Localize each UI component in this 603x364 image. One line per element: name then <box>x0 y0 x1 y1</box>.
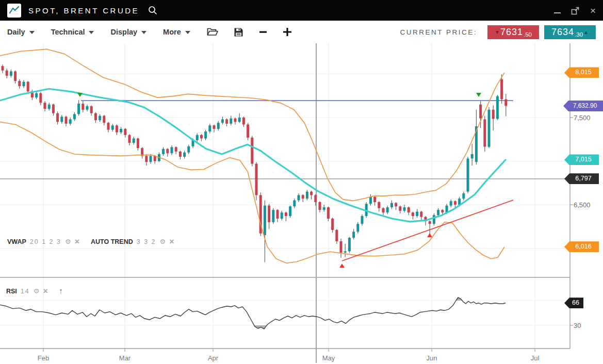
minimize-button[interactable] <box>554 8 561 13</box>
candle-body <box>154 156 156 161</box>
x-axis-label: Apr <box>208 354 218 362</box>
rsi-indicator-params: 14 <box>21 288 30 295</box>
candle-body <box>496 96 499 119</box>
candle-body <box>2 66 4 70</box>
candle-body <box>441 210 444 212</box>
autotrend-indicator-name: AUTO TREND <box>91 238 133 245</box>
save-icon[interactable] <box>234 27 243 37</box>
candle-body <box>107 123 110 130</box>
menu-display[interactable]: Display <box>110 28 146 36</box>
rsi-axis-label: 30 <box>574 322 581 329</box>
remove-indicator-icon[interactable]: × <box>75 239 79 245</box>
candle-body <box>94 113 97 121</box>
candle-body <box>344 251 347 253</box>
remove-indicator-icon[interactable]: × <box>169 239 174 245</box>
window-controls: × <box>554 6 596 15</box>
price-axis-badge: 7,015 <box>564 154 599 165</box>
gear-icon[interactable]: ⚙ <box>34 288 40 294</box>
rsi-indicator-name: RSI <box>6 288 17 295</box>
vwap-indicator-name: VWAP <box>7 238 26 245</box>
rsi-line <box>0 297 506 329</box>
candle-body <box>420 212 422 217</box>
menu-technical[interactable]: Technical <box>51 28 94 36</box>
close-button[interactable]: × <box>590 6 596 15</box>
price-axis-badge: 7,632.90 <box>563 101 603 111</box>
gear-icon[interactable]: ⚙ <box>65 239 71 245</box>
candle-body <box>133 139 135 143</box>
candle-body <box>196 135 199 140</box>
candle-body <box>306 192 308 199</box>
candle-body <box>48 105 51 109</box>
x-axis-label: Jun <box>427 354 437 362</box>
candle-body <box>255 164 258 195</box>
zoom-in-icon[interactable] <box>283 27 292 37</box>
candle-body <box>145 156 148 162</box>
restore-button[interactable] <box>571 6 580 15</box>
candle-body <box>264 206 266 235</box>
candle-body <box>39 93 42 103</box>
candle-body <box>348 238 351 251</box>
candle-body <box>183 153 186 157</box>
chart-canvas[interactable] <box>0 43 603 364</box>
candle-body <box>462 193 465 198</box>
remove-indicator-icon[interactable]: × <box>43 288 47 294</box>
gear-icon[interactable]: ⚙ <box>160 239 166 245</box>
price-axis-badge: 8,015 <box>564 67 599 78</box>
candle-body <box>471 154 474 158</box>
candle-body <box>281 212 283 219</box>
candle-body <box>116 125 118 133</box>
candle-body <box>382 208 385 212</box>
trend-line[interactable] <box>342 200 513 261</box>
candle-body <box>247 125 249 138</box>
candle-body <box>234 119 237 122</box>
candle-body <box>187 146 190 153</box>
open-folder-icon[interactable] <box>207 27 218 37</box>
candle-body <box>204 131 207 139</box>
candle-body <box>268 206 270 222</box>
app-logo-icon <box>7 4 21 18</box>
y-axis-label: 6,500 <box>574 201 591 209</box>
candle-body <box>103 116 105 123</box>
search-icon[interactable] <box>148 5 158 15</box>
x-axis-label: Feb <box>38 354 49 362</box>
zoom-out-icon[interactable] <box>259 28 267 36</box>
candle-body <box>373 197 376 202</box>
candle-body <box>433 215 435 224</box>
candle-body <box>298 195 300 200</box>
candle-body <box>412 212 414 216</box>
candle-body <box>35 93 38 97</box>
candle-body <box>272 210 274 222</box>
candle-body <box>73 114 76 119</box>
candle-body <box>14 71 17 81</box>
candle-body <box>65 117 68 124</box>
candle-body <box>488 110 491 147</box>
candle-body <box>479 105 482 119</box>
candle-body <box>162 149 165 154</box>
candle-body <box>403 207 406 211</box>
candle-body <box>504 100 507 106</box>
candle-body <box>23 82 25 86</box>
candle-body <box>175 147 177 151</box>
candle-body <box>44 103 46 109</box>
buy-signal-marker <box>339 263 345 268</box>
candle-body <box>18 81 21 86</box>
price-chart[interactable]: VWAP 20 1 2 3 ⚙ × AUTO TREND 3 3 2 ⚙ × R… <box>0 43 603 364</box>
bollinger-upper-band <box>0 49 504 201</box>
candle-body <box>356 224 359 231</box>
candle-body <box>120 129 122 133</box>
candle-body <box>128 135 131 143</box>
candle-body <box>492 110 495 119</box>
menu-more[interactable]: More <box>163 28 190 36</box>
candle-body <box>483 119 486 146</box>
candle-body <box>323 207 325 210</box>
candle-body <box>60 117 63 122</box>
menu-interval[interactable]: Daily <box>7 28 35 36</box>
candle-body <box>69 119 72 123</box>
candle-body <box>314 195 317 202</box>
title-bar: SPOT, BRENT CRUDE × <box>0 0 603 21</box>
candle-body <box>242 118 245 125</box>
candle-body <box>56 113 59 122</box>
collapse-pane-icon[interactable]: ↑ <box>59 287 63 296</box>
candle-body <box>437 210 439 215</box>
candle-body <box>86 106 89 110</box>
